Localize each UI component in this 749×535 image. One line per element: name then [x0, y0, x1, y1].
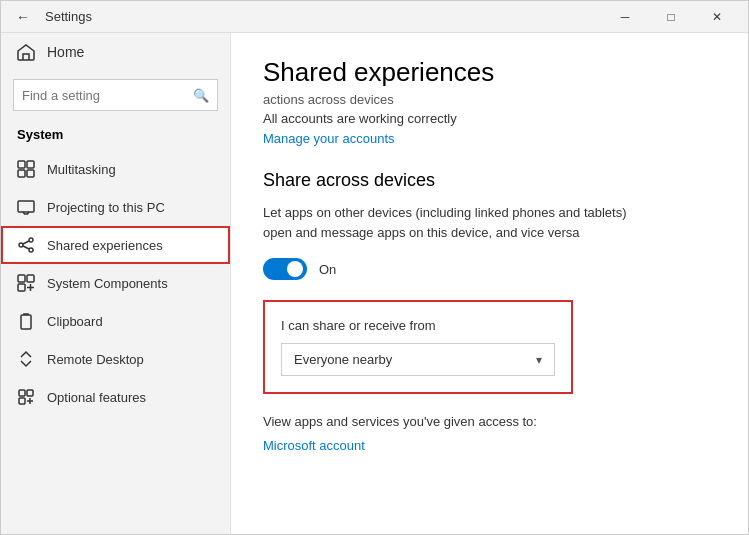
sidebar-item-multitasking[interactable]: Multitasking: [1, 150, 230, 188]
sidebar-item-remote-desktop[interactable]: Remote Desktop: [1, 340, 230, 378]
status-text: All accounts are working correctly: [263, 111, 716, 126]
clipboard-label: Clipboard: [47, 314, 103, 329]
multitasking-label: Multitasking: [47, 162, 116, 177]
share-box: I can share or receive from Everyone nea…: [263, 300, 573, 394]
manage-accounts-link[interactable]: Manage your accounts: [263, 131, 395, 146]
remote-desktop-label: Remote Desktop: [47, 352, 144, 367]
shared-label: Shared experiences: [47, 238, 163, 253]
svg-rect-1: [27, 161, 34, 168]
share-toggle[interactable]: [263, 258, 307, 280]
svg-rect-13: [21, 315, 31, 329]
clipboard-icon: [17, 312, 35, 330]
titlebar: ← Settings ─ □ ✕: [1, 1, 748, 33]
projecting-icon: [17, 198, 35, 216]
search-input[interactable]: [22, 88, 193, 103]
main-panel: Shared experiences actions across device…: [231, 33, 748, 534]
sidebar: Home 🔍 System Multitaski: [1, 33, 231, 534]
sidebar-item-home[interactable]: Home: [1, 33, 230, 71]
sidebar-item-shared[interactable]: Shared experiences: [1, 226, 230, 264]
search-icon: 🔍: [193, 88, 209, 103]
optional-label: Optional features: [47, 390, 146, 405]
chevron-down-icon: ▾: [536, 353, 542, 367]
system-components-label: System Components: [47, 276, 168, 291]
search-box[interactable]: 🔍: [13, 79, 218, 111]
window-title: Settings: [45, 9, 92, 24]
share-dropdown[interactable]: Everyone nearby ▾: [281, 343, 555, 376]
svg-point-6: [19, 243, 23, 247]
svg-rect-2: [18, 170, 25, 177]
settings-window: ← Settings ─ □ ✕: [0, 0, 749, 535]
toggle-row: On: [263, 258, 716, 280]
back-icon: ←: [16, 9, 30, 25]
shared-icon: [17, 236, 35, 254]
svg-point-5: [29, 238, 33, 242]
main-content: Home 🔍 System Multitaski: [1, 33, 748, 534]
sidebar-item-clipboard[interactable]: Clipboard: [1, 302, 230, 340]
svg-rect-15: [27, 390, 33, 396]
close-button[interactable]: ✕: [694, 1, 740, 33]
system-components-icon: [17, 274, 35, 292]
share-section-title: Share across devices: [263, 170, 716, 191]
minimize-button[interactable]: ─: [602, 1, 648, 33]
svg-rect-10: [18, 275, 25, 282]
system-label: System: [1, 115, 230, 150]
svg-rect-3: [27, 170, 34, 177]
svg-rect-4: [18, 201, 34, 212]
sidebar-item-system-components[interactable]: System Components: [1, 264, 230, 302]
subtitle: actions across devices: [263, 92, 716, 107]
window-controls: ─ □ ✕: [602, 1, 740, 33]
multitasking-icon: [17, 160, 35, 178]
share-desc: Let apps on other devices (including lin…: [263, 203, 643, 242]
svg-rect-16: [19, 398, 25, 404]
projecting-label: Projecting to this PC: [47, 200, 165, 215]
home-label: Home: [47, 44, 84, 60]
toggle-knob: [287, 261, 303, 277]
home-icon: [17, 43, 35, 61]
svg-rect-0: [18, 161, 25, 168]
back-button[interactable]: ←: [9, 3, 37, 31]
maximize-button[interactable]: □: [648, 1, 694, 33]
toggle-label: On: [319, 262, 336, 277]
sidebar-item-projecting[interactable]: Projecting to this PC: [1, 188, 230, 226]
svg-line-9: [23, 246, 29, 249]
svg-rect-11: [27, 275, 34, 282]
optional-icon: [17, 388, 35, 406]
svg-line-8: [23, 241, 29, 244]
page-title: Shared experiences: [263, 57, 716, 88]
remote-desktop-icon: [17, 350, 35, 368]
sidebar-item-optional[interactable]: Optional features: [1, 378, 230, 416]
svg-rect-12: [18, 284, 25, 291]
svg-point-7: [29, 248, 33, 252]
svg-rect-14: [19, 390, 25, 396]
view-apps-text: View apps and services you've given acce…: [263, 414, 716, 429]
share-box-label: I can share or receive from: [281, 318, 555, 333]
dropdown-value: Everyone nearby: [294, 352, 392, 367]
ms-account-link[interactable]: Microsoft account: [263, 438, 365, 453]
